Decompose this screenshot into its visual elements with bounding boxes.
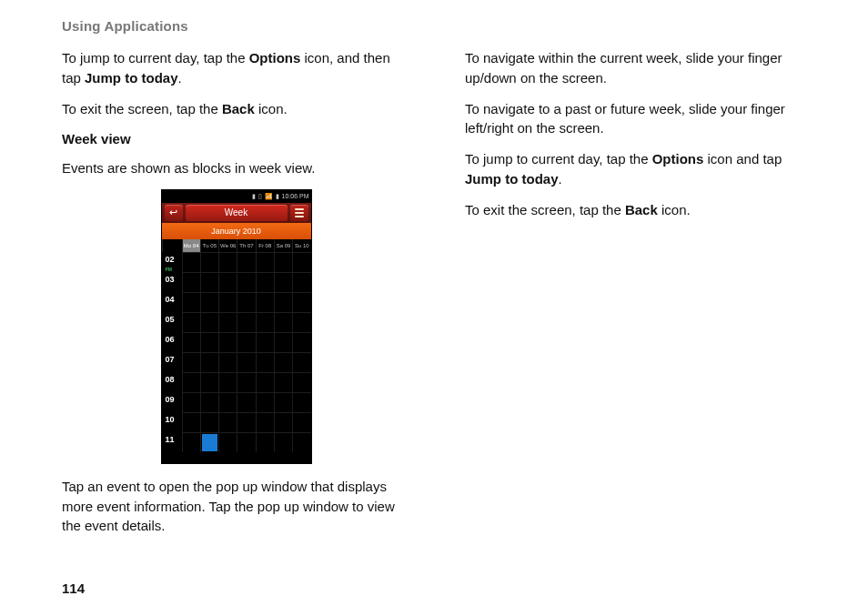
grid-cell[interactable] <box>274 412 292 432</box>
grid-cell[interactable] <box>218 312 237 332</box>
grid-cell[interactable] <box>237 252 255 272</box>
grid-cell[interactable] <box>256 252 274 272</box>
grid-cell[interactable] <box>218 272 237 292</box>
grid-cell[interactable] <box>292 372 310 392</box>
grid-cell[interactable] <box>292 392 310 412</box>
grid-cell[interactable] <box>218 412 237 432</box>
phone-screenshot: ▮ ▯ 📶 ▮ 10:06 PM ↩ Week January 2010 <box>161 189 312 464</box>
grid-cell[interactable] <box>256 352 274 372</box>
grid-cell[interactable] <box>237 412 255 432</box>
grid-cell[interactable] <box>182 352 200 372</box>
grid-cell[interactable] <box>292 312 310 332</box>
status-icon: ▯ <box>258 192 262 201</box>
grid-cell[interactable] <box>200 272 218 292</box>
grid-cell[interactable] <box>292 292 310 312</box>
day-label[interactable]: Tu 05 <box>200 239 218 252</box>
right-column: To navigate within the current week, sli… <box>465 48 813 547</box>
grid-cell[interactable] <box>274 252 292 272</box>
grid-cell[interactable] <box>256 392 274 412</box>
grid-cell[interactable] <box>200 312 218 332</box>
grid-cell[interactable] <box>292 332 310 352</box>
hour-label: 05 <box>162 312 182 332</box>
grid-cell[interactable] <box>237 272 255 292</box>
grid-cell[interactable] <box>200 292 218 312</box>
grid-cell[interactable] <box>200 412 218 432</box>
grid-cell[interactable] <box>218 352 237 372</box>
grid-cell[interactable] <box>292 412 310 432</box>
grid-cell[interactable] <box>182 432 200 452</box>
signal-icon: 📶 <box>265 192 273 201</box>
options-label: Options <box>249 50 301 66</box>
grid-cell[interactable] <box>274 312 292 332</box>
grid-cell[interactable] <box>218 332 237 352</box>
grid-cell[interactable] <box>292 272 310 292</box>
battery-icon: ▮ <box>276 192 279 201</box>
grid-cell[interactable] <box>292 352 310 372</box>
grid-cell[interactable] <box>274 372 292 392</box>
grid-cell[interactable] <box>237 332 255 352</box>
grid-cell[interactable] <box>292 252 310 272</box>
grid-cell[interactable] <box>274 352 292 372</box>
grid-cell[interactable] <box>218 252 237 272</box>
hour-label: 06 <box>162 332 182 352</box>
grid-cell[interactable] <box>237 432 255 452</box>
week-grid[interactable]: 02 PM03 04 05 06 07 08 09 10 11 <box>162 252 311 452</box>
grid-cell[interactable] <box>182 372 200 392</box>
grid-cell[interactable] <box>182 292 200 312</box>
back-label: Back <box>222 101 255 116</box>
grid-cell[interactable] <box>218 372 237 392</box>
options-button[interactable] <box>290 205 308 221</box>
grid-cell[interactable] <box>182 272 200 292</box>
grid-cell[interactable] <box>274 392 292 412</box>
status-time: 10:06 PM <box>282 192 309 201</box>
grid-cell[interactable] <box>182 312 200 332</box>
grid-cell[interactable] <box>237 392 255 412</box>
grid-cell[interactable] <box>256 372 274 392</box>
hour-label: PM03 <box>162 272 182 292</box>
grid-cell[interactable] <box>200 392 218 412</box>
grid-cell[interactable] <box>274 272 292 292</box>
grid-cell[interactable] <box>237 312 255 332</box>
grid-cell[interactable] <box>256 292 274 312</box>
day-label[interactable]: Su 10 <box>292 239 310 252</box>
grid-cell[interactable] <box>256 432 274 452</box>
status-bar: ▮ ▯ 📶 ▮ 10:06 PM <box>162 190 311 203</box>
day-label[interactable]: We 06 <box>218 239 237 252</box>
back-label: Back <box>625 202 658 217</box>
grid-cell[interactable] <box>200 352 218 372</box>
grid-cell[interactable] <box>256 272 274 292</box>
grid-cell[interactable] <box>274 292 292 312</box>
day-header-row: Mo 04 Tu 05 We 06 Th 07 Fr 08 Sa 09 Su 1… <box>162 239 311 252</box>
grid-cell[interactable] <box>274 332 292 352</box>
grid-cell[interactable] <box>256 412 274 432</box>
grid-cell[interactable] <box>218 432 237 452</box>
grid-cell[interactable] <box>256 332 274 352</box>
left-column: To jump to current day, tap the Options … <box>62 48 410 547</box>
grid-cell[interactable] <box>182 332 200 352</box>
day-label[interactable]: Fr 08 <box>256 239 274 252</box>
grid-cell[interactable] <box>237 352 255 372</box>
text: To jump to current day, tap the <box>465 151 652 167</box>
grid-cell[interactable] <box>200 372 218 392</box>
grid-cell[interactable] <box>237 292 255 312</box>
grid-cell[interactable] <box>256 312 274 332</box>
day-label[interactable]: Mo 04 <box>182 239 200 252</box>
text: To jump to current day, tap the <box>62 50 249 66</box>
grid-cell[interactable] <box>237 372 255 392</box>
grid-cell[interactable] <box>182 252 200 272</box>
day-label[interactable]: Sa 09 <box>274 239 292 252</box>
grid-cell[interactable] <box>200 432 218 452</box>
grid-cell[interactable] <box>274 432 292 452</box>
grid-cell[interactable] <box>200 252 218 272</box>
grid-cell[interactable] <box>182 392 200 412</box>
grid-cell[interactable] <box>218 292 237 312</box>
grid-cell[interactable] <box>182 412 200 432</box>
grid-cell[interactable] <box>200 332 218 352</box>
grid-cell[interactable] <box>292 432 310 452</box>
day-label[interactable]: Th 07 <box>237 239 255 252</box>
text: To exit the screen, tap the <box>62 101 222 116</box>
calendar-event[interactable] <box>202 434 217 451</box>
back-button[interactable]: ↩ <box>165 205 183 221</box>
grid-cell[interactable] <box>218 392 237 412</box>
week-title[interactable]: Week <box>186 205 288 221</box>
